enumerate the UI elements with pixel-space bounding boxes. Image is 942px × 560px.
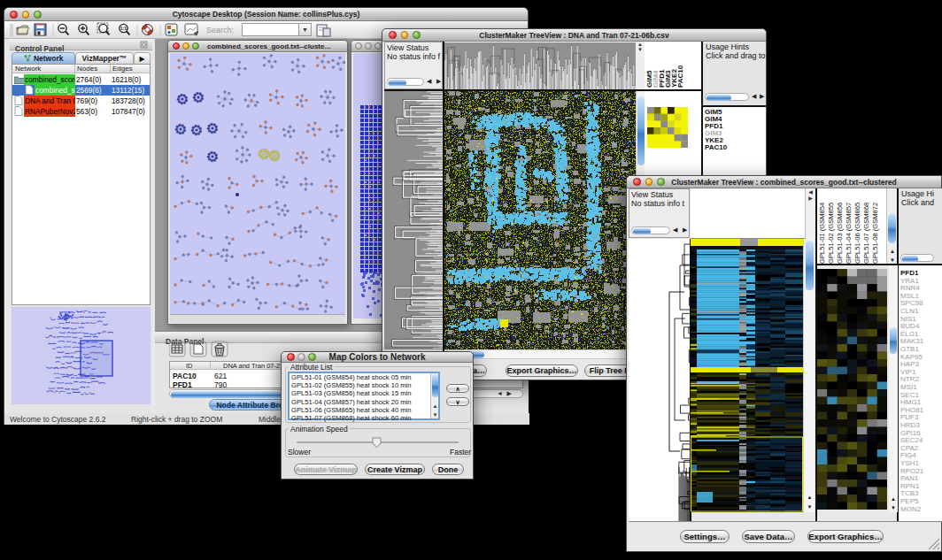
svg-text:1:1: 1:1	[120, 26, 127, 31]
svg-text:GPL51-04 (GSM857: GPL51-04 (GSM857	[845, 203, 853, 264]
svg-text:GPL51-06 (GSM865: GPL51-06 (GSM865	[853, 203, 861, 264]
svg-text:PAC10: PAC10	[676, 65, 684, 88]
svg-text:GPL51-01 (GSM854: GPL51-01 (GSM854	[818, 203, 826, 264]
svg-text:GPL51-08 (GSM872: GPL51-08 (GSM872	[871, 203, 879, 264]
svg-text:GPL51-02 (GSM855: GPL51-02 (GSM855	[827, 203, 835, 264]
svg-text:GPL51-07 (GSM868: GPL51-07 (GSM868	[862, 203, 870, 264]
svg-text:GPL51-03 (GSM856: GPL51-03 (GSM856	[836, 203, 844, 264]
